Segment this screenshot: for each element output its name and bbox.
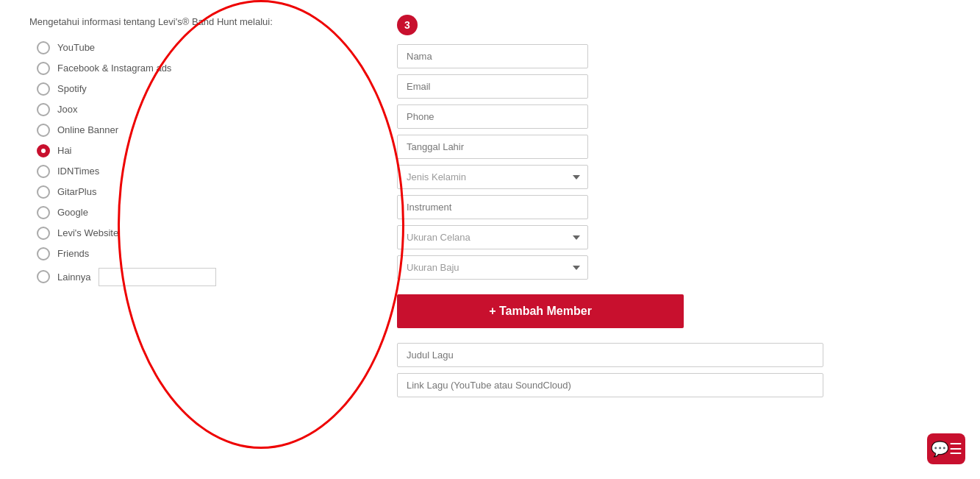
- radio-item-hai[interactable]: Hai: [37, 144, 368, 157]
- radio-circle-idntimes: [37, 165, 50, 178]
- radio-label-google: Google: [57, 207, 88, 218]
- step-header: 3: [397, 15, 951, 35]
- radio-label-spotify: Spotify: [57, 83, 87, 94]
- radio-item-online-banner[interactable]: Online Banner: [37, 124, 368, 137]
- radio-item-google[interactable]: Google: [37, 206, 368, 219]
- radio-label-friends: Friends: [57, 248, 89, 259]
- radio-circle-levis-website: [37, 227, 50, 240]
- radio-circle-google: [37, 206, 50, 219]
- nama-input[interactable]: [397, 44, 588, 68]
- radio-circle-online-banner: [37, 124, 50, 137]
- radio-item-spotify[interactable]: Spotify: [37, 82, 368, 96]
- radio-item-idntimes[interactable]: IDNTimes: [37, 165, 368, 178]
- radio-circle-joox: [37, 103, 50, 116]
- radio-label-joox: Joox: [57, 104, 77, 115]
- radio-circle-youtube: [37, 41, 50, 54]
- radio-label-facebook: Facebook & Instagram ads: [57, 63, 171, 74]
- radio-label-levis-website: Levi's Website: [57, 227, 118, 238]
- radio-item-friends[interactable]: Friends: [37, 247, 368, 260]
- radio-item-lainnya[interactable]: Lainnya: [37, 268, 368, 286]
- lainnya-input[interactable]: [99, 268, 216, 286]
- radio-circle-lainnya: [37, 270, 50, 283]
- radio-item-joox[interactable]: Joox: [37, 103, 368, 116]
- tambah-member-button[interactable]: + Tambah Member: [397, 294, 684, 328]
- radio-circle-facebook: [37, 62, 50, 75]
- radio-item-gitarplus[interactable]: GitarPlus: [37, 185, 368, 199]
- phone-input[interactable]: [397, 104, 588, 129]
- instrument-input[interactable]: [397, 195, 588, 219]
- radio-label-lainnya: Lainnya: [57, 272, 91, 283]
- ukuran-baju-select[interactable]: Ukuran Baju S M L: [397, 255, 588, 280]
- chat-widget[interactable]: 💬☰: [927, 433, 965, 464]
- judul-lagu-input[interactable]: [397, 343, 823, 367]
- radio-item-youtube[interactable]: YouTube: [37, 41, 368, 54]
- radio-item-facebook[interactable]: Facebook & Instagram ads: [37, 62, 368, 75]
- form-fields: Jenis Kelamin Laki-laki Perempuan Ukuran…: [397, 44, 951, 464]
- radio-label-gitarplus: GitarPlus: [57, 186, 96, 197]
- radio-list: YouTubeFacebook & Instagram adsSpotifyJo…: [29, 41, 368, 286]
- radio-label-idntimes: IDNTimes: [57, 166, 99, 177]
- radio-circle-gitarplus: [37, 185, 50, 199]
- radio-label-hai: Hai: [57, 145, 72, 156]
- email-input[interactable]: [397, 74, 588, 99]
- question-text: Mengetahui informasi tentang Levi's® Ban…: [29, 15, 279, 29]
- tanggal-lahir-input[interactable]: [397, 135, 588, 159]
- left-section: Mengetahui informasi tentang Levi's® Ban…: [29, 15, 368, 464]
- radio-circle-spotify: [37, 82, 50, 96]
- radio-circle-hai: [37, 144, 50, 157]
- link-lagu-input[interactable]: [397, 373, 823, 397]
- step-badge: 3: [397, 15, 418, 35]
- right-section: 3 Jenis Kelamin Laki-laki Perempuan Ukur…: [397, 15, 951, 464]
- radio-circle-friends: [37, 247, 50, 260]
- radio-label-youtube: YouTube: [57, 42, 95, 53]
- jenis-kelamin-select[interactable]: Jenis Kelamin Laki-laki Perempuan: [397, 165, 588, 189]
- chat-icon: 💬☰: [931, 440, 962, 458]
- radio-item-levis-website[interactable]: Levi's Website: [37, 227, 368, 240]
- radio-label-online-banner: Online Banner: [57, 124, 118, 135]
- ukuran-celana-select[interactable]: Ukuran Celana 28 30 32: [397, 225, 588, 249]
